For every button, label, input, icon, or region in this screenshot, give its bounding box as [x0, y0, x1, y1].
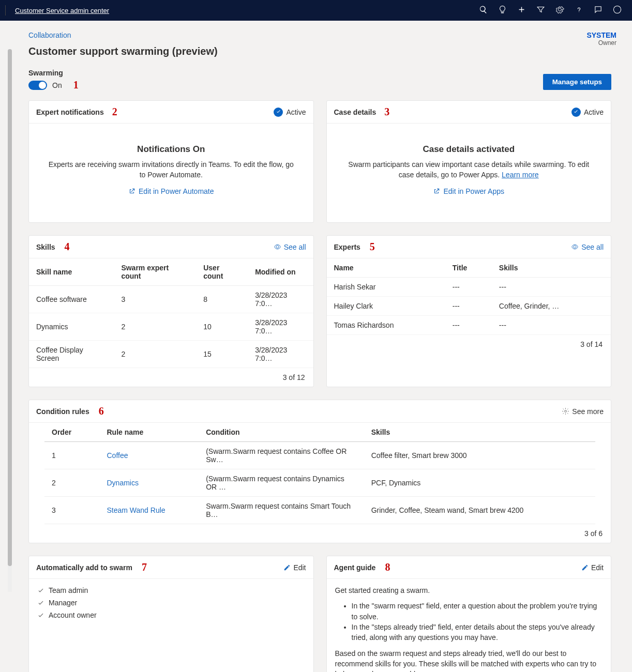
pencil-icon	[581, 564, 589, 571]
auto-add-title: Automatically add to swarm	[36, 563, 132, 572]
help-icon[interactable]	[575, 5, 583, 16]
guide-p1: Get started creating a swarm.	[335, 585, 603, 595]
table-row[interactable]: Coffee Display Screen2153/28/2023 7:0…	[29, 341, 313, 368]
swarming-toggle[interactable]	[28, 81, 47, 90]
guide-edit[interactable]: Edit	[581, 563, 604, 572]
skills-see-all[interactable]: See all	[274, 243, 306, 251]
guide-bullet: In the "steps already tried" field, ente…	[352, 622, 603, 643]
breadcrumb[interactable]: Collaboration	[28, 31, 611, 39]
external-link-icon	[433, 188, 440, 195]
skills-table: Skill name Swarm expert count User count…	[29, 258, 313, 368]
swarming-state: On	[52, 81, 62, 89]
rule-link[interactable]: Coffee	[107, 451, 128, 460]
check-icon	[37, 599, 44, 606]
annotation-6: 6	[99, 405, 104, 417]
case-details-heading: Case details activated	[342, 144, 596, 155]
annotation-2: 2	[112, 106, 117, 118]
edit-power-apps-link[interactable]: Edit in Power Apps	[433, 187, 504, 195]
condition-rules-card: Condition rules 6 See more Order Rule na…	[28, 400, 611, 543]
expert-notif-title: Expert notifications	[36, 108, 104, 116]
scrollbar-thumb[interactable]	[8, 49, 12, 566]
gear-icon[interactable]	[555, 5, 564, 16]
owner-name[interactable]: SYSTEM	[586, 31, 616, 39]
owner-role: Owner	[586, 39, 616, 47]
experts-title: Experts	[334, 243, 360, 251]
table-row[interactable]: 2Dynamics(Swarm.Swarm request contains D…	[44, 469, 595, 497]
case-details-card: Case details 3 Active Case details activ…	[326, 100, 612, 223]
page-title: Customer support swarming (preview)	[28, 45, 611, 57]
annotation-3: 3	[384, 106, 389, 118]
list-item: Account owner	[37, 609, 305, 621]
manage-setups-button[interactable]: Manage setups	[543, 74, 611, 90]
case-details-status-badge: Active	[571, 108, 604, 117]
rule-link[interactable]: Dynamics	[107, 479, 139, 487]
experts-see-all[interactable]: See all	[571, 243, 604, 251]
rules-table: Order Rule name Condition Skills 1Coffee…	[44, 423, 595, 524]
list-item: Manager	[37, 597, 305, 609]
chat-icon[interactable]	[594, 5, 603, 16]
page-content: Collaboration Customer support swarming …	[8, 21, 632, 672]
experts-footer: 3 of 14	[327, 335, 611, 354]
owner-block: SYSTEM Owner	[586, 31, 616, 47]
pencil-icon	[283, 564, 291, 571]
table-row[interactable]: Coffee software383/28/2023 7:0…	[29, 286, 313, 313]
rules-title: Condition rules	[36, 407, 89, 416]
table-row[interactable]: Tomas Richardson------	[327, 316, 611, 335]
app-title[interactable]: Customer Service admin center	[15, 7, 109, 14]
eye-icon	[571, 243, 579, 251]
case-details-title: Case details	[334, 108, 377, 116]
check-icon	[37, 587, 44, 594]
plus-icon[interactable]	[517, 5, 526, 16]
table-row[interactable]: 1Coffee(Swarm.Swarm request contains Cof…	[44, 442, 595, 469]
guide-bullet: In the "swarm request" field, enter a qu…	[352, 601, 603, 622]
check-circle-icon	[571, 108, 581, 117]
table-row[interactable]: 3Steam Wand RuleSwarm.Swarm request cont…	[44, 497, 595, 524]
skills-footer: 3 of 12	[29, 368, 313, 387]
annotation-8: 8	[385, 561, 390, 573]
skills-card: Skills 4 See all Skill name Swarm expert…	[28, 235, 314, 387]
eye-icon	[274, 243, 281, 251]
check-icon	[37, 612, 44, 619]
agent-guide-card: Agent guide 8 Edit Get started creating …	[326, 556, 612, 672]
annotation-5: 5	[370, 241, 375, 253]
external-link-icon	[128, 188, 136, 195]
auto-add-card: Automatically add to swarm 7 Edit Team a…	[28, 556, 314, 672]
annotation-4: 4	[65, 241, 70, 253]
scrollbar-track	[8, 49, 12, 592]
check-circle-icon	[274, 108, 283, 117]
lightbulb-icon[interactable]	[498, 5, 507, 16]
swarming-label: Swarming	[28, 69, 79, 77]
list-item: Team admin	[37, 584, 305, 597]
svg-point-0	[613, 6, 621, 13]
learn-more-link[interactable]: Learn more	[502, 171, 539, 179]
expert-notif-heading: Notifications On	[44, 144, 298, 155]
table-row[interactable]: Hailey Clark---Coffee, Grinder, …	[327, 297, 611, 316]
topbar: Customer Service admin center	[0, 0, 632, 21]
experts-card: Experts 5 See all Name Title Skills Hari…	[326, 235, 612, 387]
case-details-text: Swarm participants can view important ca…	[342, 160, 596, 180]
annotation-7: 7	[142, 561, 147, 573]
expert-notif-text: Experts are receiving swarm invitations …	[44, 160, 298, 180]
rules-footer: 3 of 6	[29, 524, 611, 543]
auto-add-edit[interactable]: Edit	[283, 563, 306, 572]
expert-notif-status-badge: Active	[274, 108, 306, 117]
rules-see-more[interactable]: See more	[562, 407, 604, 416]
gear-icon	[562, 407, 569, 415]
profile-icon[interactable]	[613, 5, 622, 16]
annotation-1: 1	[73, 79, 79, 91]
guide-p2: Based on the swarm request and steps alr…	[335, 648, 603, 672]
table-row[interactable]: Dynamics2103/28/2023 7:0…	[29, 313, 313, 341]
skills-title: Skills	[36, 243, 55, 251]
table-row[interactable]: Harish Sekar------	[327, 278, 611, 297]
search-icon[interactable]	[479, 5, 488, 16]
expert-notifications-card: Expert notifications 2 Active Notificati…	[28, 100, 314, 223]
filter-icon[interactable]	[536, 5, 545, 16]
guide-title: Agent guide	[334, 563, 376, 572]
svg-point-1	[565, 410, 567, 413]
experts-table: Name Title Skills Harish Sekar------Hail…	[327, 258, 611, 335]
edit-power-automate-link[interactable]: Edit in Power Automate	[128, 187, 214, 195]
rule-link[interactable]: Steam Wand Rule	[107, 506, 165, 514]
